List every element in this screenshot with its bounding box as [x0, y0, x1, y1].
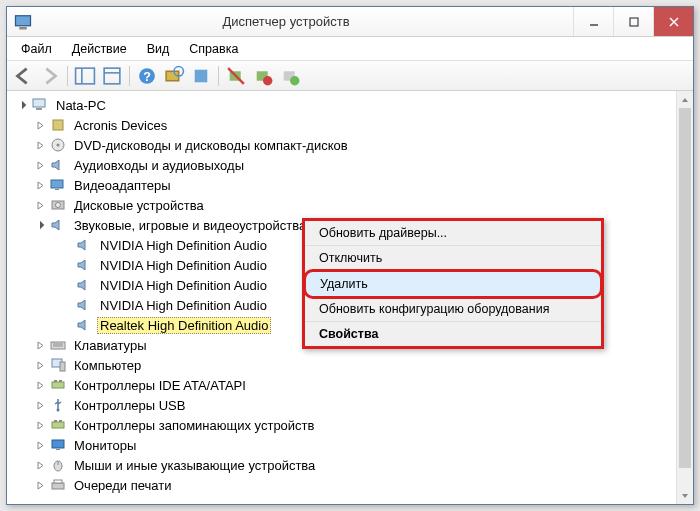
speaker-icon — [75, 296, 93, 314]
expand-icon[interactable] — [33, 138, 47, 152]
toolbar-separator — [218, 66, 219, 86]
tree-device-label: NVIDIA High Definition Audio — [97, 277, 270, 294]
scroll-down-button[interactable] — [677, 487, 693, 504]
titlebar: Диспетчер устройств — [7, 7, 693, 37]
tree-category-label: Видеоадаптеры — [71, 177, 174, 194]
menubar: Файл Действие Вид Справка — [7, 37, 693, 61]
nav-forward-button[interactable] — [38, 64, 62, 88]
nav-back-button[interactable] — [11, 64, 35, 88]
svg-rect-0 — [16, 15, 31, 25]
ctx-disable[interactable]: Отключить — [305, 246, 601, 271]
show-hide-tree-button[interactable] — [73, 64, 97, 88]
toolbar-separator — [67, 66, 68, 86]
device-tree[interactable]: Nata-PC Acronis Devices DVD-дисководы и … — [7, 91, 693, 504]
svg-point-29 — [56, 203, 61, 208]
tree-category-label: Компьютер — [71, 357, 144, 374]
tree-category[interactable]: Контроллеры IDE ATA/ATAPI — [9, 375, 691, 395]
tree-category[interactable]: DVD-дисководы и дисководы компакт-дисков — [9, 135, 691, 155]
context-menu: Обновить драйверы... Отключить Удалить О… — [302, 218, 604, 349]
tree-category-label: Контроллеры USB — [71, 397, 188, 414]
printer-icon — [49, 476, 67, 494]
expand-icon[interactable] — [33, 378, 47, 392]
tree-category[interactable]: Контроллеры USB — [9, 395, 691, 415]
ctx-update-drivers[interactable]: Обновить драйверы... — [305, 221, 601, 246]
device-manager-window: Диспетчер устройств Файл Действие Вид Сп… — [6, 6, 694, 505]
tree-category-label: Звуковые, игровые и видеоустройства — [71, 217, 309, 234]
svg-rect-36 — [54, 380, 57, 382]
menu-file[interactable]: Файл — [13, 40, 60, 58]
svg-point-20 — [290, 76, 299, 85]
svg-rect-6 — [76, 68, 95, 84]
disable-button[interactable] — [251, 64, 275, 88]
minimize-button[interactable] — [573, 7, 613, 36]
svg-rect-27 — [55, 189, 59, 190]
tree-category[interactable]: Видеоадаптеры — [9, 175, 691, 195]
vertical-scrollbar[interactable] — [676, 91, 693, 504]
speaker-icon — [75, 316, 93, 334]
help-button[interactable]: ? — [135, 64, 159, 88]
expand-icon[interactable] — [33, 438, 47, 452]
tree-category[interactable]: Контроллеры запоминающих устройств — [9, 415, 691, 435]
tree-category[interactable]: Компьютер — [9, 355, 691, 375]
expand-icon[interactable] — [33, 398, 47, 412]
collapse-icon[interactable] — [15, 98, 29, 112]
tree-root[interactable]: Nata-PC — [9, 95, 691, 115]
tree-category-label: Acronis Devices — [71, 117, 170, 134]
svg-rect-37 — [59, 380, 62, 382]
expand-icon[interactable] — [33, 118, 47, 132]
tree-root-label: Nata-PC — [53, 97, 109, 114]
expand-icon[interactable] — [33, 198, 47, 212]
tree-category-label: Очереди печати — [71, 477, 175, 494]
menu-help[interactable]: Справка — [181, 40, 246, 58]
expand-icon[interactable] — [33, 158, 47, 172]
scroll-thumb[interactable] — [679, 108, 691, 468]
monitor-icon — [49, 436, 67, 454]
tree-category-label: Контроллеры запоминающих устройств — [71, 417, 317, 434]
collapse-icon[interactable] — [33, 218, 47, 232]
svg-rect-39 — [52, 422, 64, 428]
svg-rect-8 — [104, 68, 120, 84]
toolbar: ? — [7, 61, 693, 91]
expand-icon[interactable] — [33, 358, 47, 372]
tree-category[interactable]: Acronis Devices — [9, 115, 691, 135]
ctx-delete[interactable]: Удалить — [303, 269, 603, 299]
svg-text:?: ? — [143, 69, 151, 83]
ctx-properties[interactable]: Свойства — [305, 322, 601, 346]
app-icon — [13, 12, 33, 32]
tree-device-label: NVIDIA High Definition Audio — [97, 257, 270, 274]
speaker-icon — [49, 156, 67, 174]
controller-icon — [49, 416, 67, 434]
ctx-scan-hardware[interactable]: Обновить конфигурацию оборудования — [305, 297, 601, 322]
keyboard-icon — [49, 336, 67, 354]
scan-hardware-button[interactable] — [162, 64, 186, 88]
expand-icon[interactable] — [33, 478, 47, 492]
expand-icon[interactable] — [33, 458, 47, 472]
expand-icon[interactable] — [33, 418, 47, 432]
menu-view[interactable]: Вид — [139, 40, 178, 58]
tree-category-label: Дисковые устройства — [71, 197, 207, 214]
svg-rect-22 — [36, 108, 42, 110]
tree-category[interactable]: Мониторы — [9, 435, 691, 455]
close-button[interactable] — [653, 7, 693, 36]
tree-category-label: Клавиатуры — [71, 337, 150, 354]
maximize-button[interactable] — [613, 7, 653, 36]
svg-rect-21 — [33, 99, 45, 107]
svg-rect-26 — [51, 180, 63, 188]
expand-icon[interactable] — [33, 338, 47, 352]
tree-category-label: Мониторы — [71, 437, 139, 454]
update-driver-button[interactable] — [189, 64, 213, 88]
properties-button[interactable] — [100, 64, 124, 88]
tree-category[interactable]: Очереди печати — [9, 475, 691, 495]
svg-rect-43 — [56, 449, 60, 450]
scroll-up-button[interactable] — [677, 91, 693, 108]
menu-action[interactable]: Действие — [64, 40, 135, 58]
expand-icon[interactable] — [33, 178, 47, 192]
tree-category[interactable]: Дисковые устройства — [9, 195, 691, 215]
uninstall-button[interactable] — [224, 64, 248, 88]
tree-category[interactable]: Аудиовходы и аудиовыходы — [9, 155, 691, 175]
tree-category[interactable]: Мыши и иные указывающие устройства — [9, 455, 691, 475]
tree-device-label: NVIDIA High Definition Audio — [97, 237, 270, 254]
computer-icon — [31, 96, 49, 114]
svg-rect-23 — [53, 120, 63, 130]
enable-button[interactable] — [278, 64, 302, 88]
